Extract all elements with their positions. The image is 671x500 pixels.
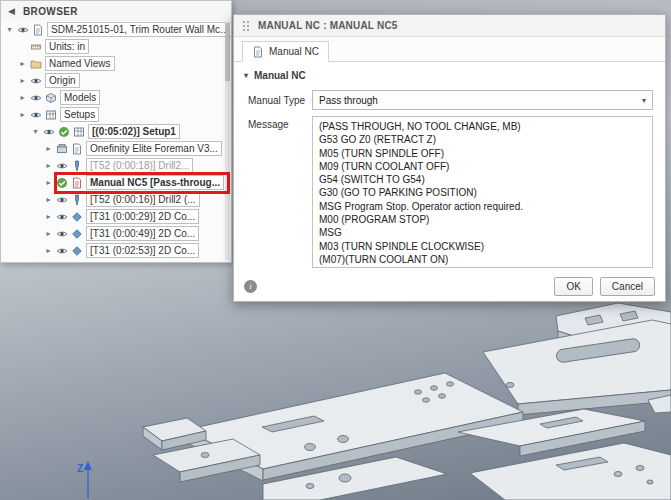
tree-item-label: [T31 (0:02:53)] 2D Co... [86, 243, 199, 258]
expand-arrow-icon[interactable]: ▾ [31, 127, 40, 136]
tab-label: Manual NC [269, 46, 319, 57]
expand-arrow-icon[interactable]: ▸ [44, 178, 53, 187]
drill-icon [71, 194, 83, 206]
browser-tree: ▾ SDM-251015-01, Trim Router Wall Mc... … [1, 21, 231, 259]
manual-type-row: Manual Type Pass through ▾ [234, 87, 665, 113]
message-label: Message [248, 116, 312, 130]
tree-item-label: Manual NC5 [Pass-throug... [86, 175, 224, 190]
expand-arrow-icon[interactable]: ▾ [5, 25, 14, 34]
tree-item-label: SDM-251015-01, Trim Router Wall Mc... [47, 22, 231, 37]
drag-handle-icon[interactable] [242, 19, 250, 33]
tree-item-label: Setups [60, 107, 99, 122]
scrollbar-thumb[interactable] [225, 23, 230, 81]
tree-item-named-views[interactable]: ▸ Named Views [1, 55, 231, 72]
eye-icon[interactable] [56, 245, 68, 257]
tree-item-models[interactable]: ▸ Models [1, 89, 231, 106]
manual-type-value: Pass through [319, 95, 378, 106]
expand-arrow-icon[interactable]: ▸ [18, 93, 27, 102]
setup-icon [73, 126, 85, 138]
tree-item-units[interactable]: Units: in [1, 38, 231, 55]
manual-nc-dialog: MANUAL NC : MANUAL NC5 Manual NC ▾ Manua… [233, 14, 666, 302]
tab-manual-nc[interactable]: Manual NC [242, 41, 329, 62]
eye-icon[interactable] [30, 92, 42, 104]
ruler-icon [30, 41, 42, 53]
dialog-footer: i OK Cancel [234, 271, 665, 301]
dialog-tabbar: Manual NC [234, 37, 665, 62]
machine-icon [56, 143, 68, 155]
expand-arrow-icon[interactable]: ▸ [44, 144, 53, 153]
check-icon [56, 177, 68, 189]
tree-item-2d-contour-2[interactable]: ▸ [T31 (0:00:49)] 2D Co... [1, 225, 231, 242]
dialog-titlebar[interactable]: MANUAL NC : MANUAL NC5 [234, 15, 665, 37]
tree-item-label: [T31 (0:00:29)] 2D Co... [86, 209, 199, 224]
section-collapse-icon[interactable]: ▾ [244, 71, 248, 80]
cad-parts[interactable] [143, 303, 671, 500]
dropdown-arrow-icon: ▾ [642, 96, 646, 105]
ok-button[interactable]: OK [554, 277, 592, 296]
manual-type-label: Manual Type [248, 95, 312, 106]
tree-item-setup1[interactable]: ▾ [(0:05:02)] Setup1 [1, 123, 231, 140]
tree-item-drill2-b[interactable]: ▸ [T52 (0:00:16)] Drill2 (... [1, 191, 231, 208]
tree-item-label: Models [60, 90, 100, 105]
eye-icon[interactable] [30, 109, 42, 121]
expand-arrow-icon[interactable]: ▸ [18, 110, 27, 119]
tree-item-manual-nc5[interactable]: ▸ Manual NC5 [Pass-throug... [1, 174, 231, 191]
fusion-window: Z ◀ BROWSER ▾ SDM-251015-01, Trim Router… [0, 0, 671, 500]
eye-icon[interactable] [17, 24, 29, 36]
gcode-icon [71, 177, 83, 189]
contour-icon [71, 228, 83, 240]
tree-item-label: Origin [45, 73, 80, 88]
browser-panel: ◀ BROWSER ▾ SDM-251015-01, Trim Router W… [0, 0, 232, 263]
tree-item-label: [T52 (0:00:16)] Drill2 (... [86, 192, 200, 207]
document-icon [71, 143, 83, 155]
eye-icon[interactable] [30, 75, 42, 87]
eye-icon[interactable] [43, 126, 55, 138]
dialog-title: MANUAL NC : MANUAL NC5 [258, 20, 398, 31]
panel-collapse-icon[interactable]: ◀ [8, 6, 15, 16]
expand-arrow-icon[interactable]: ▸ [44, 246, 53, 255]
message-textarea[interactable]: (PASS THROUGH, NO TOOL CHANGE, MB) G53 G… [312, 116, 653, 268]
folder-icon [30, 58, 42, 70]
expand-arrow-icon[interactable]: ▸ [18, 59, 27, 68]
assembly-document-icon [32, 24, 44, 36]
expand-arrow-icon[interactable]: ▸ [44, 161, 53, 170]
setups-icon [45, 109, 57, 121]
expand-arrow-icon[interactable]: ▸ [44, 195, 53, 204]
eye-icon[interactable] [56, 211, 68, 223]
tree-item-2d-contour-3[interactable]: ▸ [T31 (0:02:53)] 2D Co... [1, 242, 231, 259]
tree-item-setups[interactable]: ▸ Setups [1, 106, 231, 123]
tree-item-label: Onefinity Elite Foreman V3... [86, 141, 222, 156]
tree-item-2d-contour-1[interactable]: ▸ [T31 (0:00:29)] 2D Co... [1, 208, 231, 225]
eye-icon[interactable] [56, 228, 68, 240]
contour-icon [71, 211, 83, 223]
contour-icon [71, 245, 83, 257]
section-manual-nc[interactable]: ▾ Manual NC [234, 62, 665, 87]
z-axis-indicator: Z [77, 461, 92, 498]
browser-title: BROWSER [23, 6, 78, 17]
eye-icon[interactable] [56, 194, 68, 206]
z-axis-label: Z [77, 463, 83, 474]
expand-arrow-icon[interactable]: ▸ [44, 229, 53, 238]
tree-item-label: [(0:05:02)] Setup1 [88, 124, 180, 139]
message-row: Message (PASS THROUGH, NO TOOL CHANGE, M… [234, 113, 665, 271]
info-icon[interactable]: i [244, 280, 257, 293]
cube-icon [45, 92, 57, 104]
check-icon [58, 126, 70, 138]
browser-scrollbar[interactable] [225, 21, 230, 260]
tree-item-label: Units: in [45, 39, 89, 54]
drill-icon [71, 160, 83, 172]
tree-item-label: [T31 (0:00:49)] 2D Co... [86, 226, 199, 241]
expand-arrow-icon[interactable]: ▸ [44, 212, 53, 221]
tree-item-origin[interactable]: ▸ Origin [1, 72, 231, 89]
tree-item-drill2-a[interactable]: ▸ [T52 (0:00:18)] Drill2... [1, 157, 231, 174]
eye-icon[interactable] [56, 160, 68, 172]
expand-arrow-icon[interactable]: ▸ [18, 76, 27, 85]
manual-type-select[interactable]: Pass through ▾ [312, 90, 653, 110]
section-label: Manual NC [254, 70, 306, 81]
tree-item-root[interactable]: ▾ SDM-251015-01, Trim Router Wall Mc... [1, 21, 231, 38]
cancel-button[interactable]: Cancel [600, 277, 655, 296]
manual-nc-tab-icon [252, 46, 264, 58]
tree-item-label: Named Views [45, 56, 115, 71]
browser-header: ◀ BROWSER [1, 1, 231, 21]
tree-item-post-machine[interactable]: ▸ Onefinity Elite Foreman V3... [1, 140, 231, 157]
